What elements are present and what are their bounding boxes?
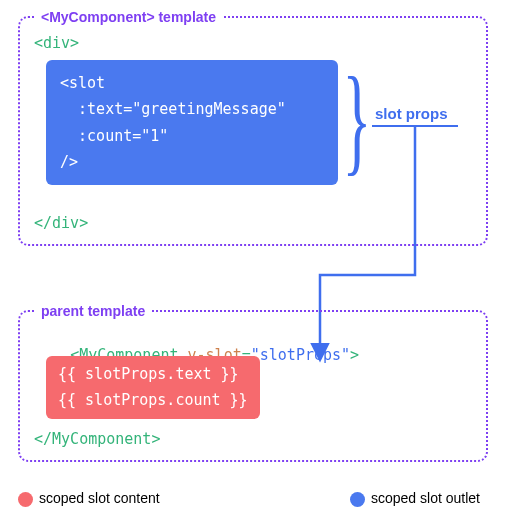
vslot-value: "slotProps"	[251, 346, 350, 364]
slot-props-label: slot props	[375, 105, 448, 122]
blue-dot-icon	[350, 492, 365, 507]
legend-scoped-slot-content: scoped slot content	[18, 490, 160, 507]
tag-close-bracket: >	[350, 346, 359, 364]
red-dot-icon	[18, 492, 33, 507]
legend-left-text: scoped slot content	[39, 490, 160, 506]
close-div-tag: </div>	[34, 214, 88, 232]
mycomponent-close-tag: </MyComponent>	[34, 430, 160, 448]
underline	[372, 125, 458, 127]
legend-right-text: scoped slot outlet	[371, 490, 480, 506]
scoped-slot-content-code: {{ slotProps.text }} {{ slotProps.count …	[46, 356, 260, 419]
box1-title: <MyComponent> template	[35, 9, 222, 25]
open-div-tag: <div>	[34, 34, 79, 52]
parent-template-box: parent template <MyComponent v-slot="slo…	[18, 310, 488, 462]
curly-brace-icon: }	[342, 60, 371, 180]
box2-title: parent template	[35, 303, 151, 319]
slot-element-code: <slot :text="greetingMessage" :count="1"…	[46, 60, 338, 185]
legend-scoped-slot-outlet: scoped slot outlet	[350, 490, 480, 507]
mycomponent-template-box: <MyComponent> template <div> <slot :text…	[18, 16, 488, 246]
